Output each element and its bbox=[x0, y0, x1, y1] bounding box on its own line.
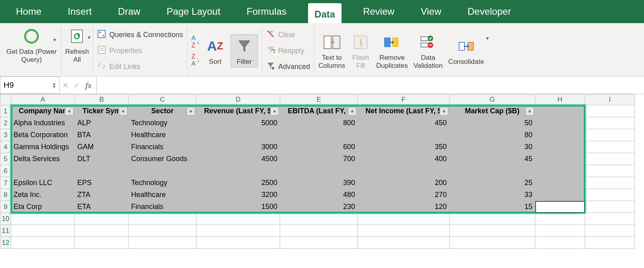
cell[interactable]: EPS bbox=[75, 177, 129, 189]
cell[interactable]: GAM bbox=[75, 141, 129, 153]
cell[interactable] bbox=[585, 153, 635, 165]
chevron-down-icon[interactable]: ▼ bbox=[485, 36, 490, 41]
cell[interactable] bbox=[11, 225, 75, 237]
cell[interactable]: 25 bbox=[450, 177, 535, 189]
cell[interactable] bbox=[585, 129, 635, 141]
cell[interactable]: Consumer Goods bbox=[129, 153, 196, 165]
name-box[interactable]: H9 ▲▼ bbox=[0, 77, 60, 94]
cell[interactable] bbox=[535, 225, 585, 237]
cell[interactable] bbox=[75, 213, 129, 225]
cell[interactable] bbox=[535, 201, 585, 213]
row-header-1[interactable]: 1 bbox=[0, 105, 11, 117]
cell[interactable] bbox=[280, 213, 358, 225]
cell[interactable] bbox=[280, 225, 358, 237]
row-header-8[interactable]: 8 bbox=[0, 189, 11, 201]
cell[interactable] bbox=[450, 213, 535, 225]
tab-review[interactable]: Review bbox=[358, 0, 399, 23]
column-header-G[interactable]: G bbox=[450, 94, 535, 105]
cell[interactable] bbox=[196, 213, 280, 225]
filter-dropdown-button[interactable]: ▼ bbox=[270, 107, 279, 116]
cell[interactable] bbox=[280, 237, 358, 249]
cell[interactable] bbox=[585, 225, 635, 237]
cell[interactable] bbox=[535, 105, 585, 117]
filter-dropdown-button[interactable]: ▼ bbox=[440, 107, 448, 116]
cell[interactable] bbox=[129, 225, 196, 237]
cell[interactable] bbox=[280, 165, 358, 177]
cell[interactable] bbox=[358, 225, 450, 237]
cell[interactable] bbox=[196, 165, 280, 177]
column-header-F[interactable]: F bbox=[358, 94, 450, 105]
cell[interactable]: 50 bbox=[450, 117, 535, 129]
cell[interactable] bbox=[585, 177, 635, 189]
cell[interactable]: Zeta Inc. bbox=[11, 189, 75, 201]
filter-button[interactable]: Filter bbox=[231, 34, 258, 68]
cell[interactable]: Beta Corporation bbox=[11, 129, 75, 141]
enter-formula-button[interactable]: ✓ bbox=[71, 77, 82, 94]
cell[interactable]: 200 bbox=[358, 177, 450, 189]
sort-za-button[interactable]: ZA ↓ bbox=[191, 53, 200, 67]
cell[interactable] bbox=[129, 165, 196, 177]
cell[interactable] bbox=[358, 165, 450, 177]
sort-az-button[interactable]: AZ ↓ bbox=[191, 35, 200, 49]
cell[interactable]: 5000 bbox=[196, 117, 280, 129]
column-header-A[interactable]: A bbox=[11, 94, 75, 105]
row-header-6[interactable]: 6 bbox=[0, 165, 11, 177]
chevron-down-icon[interactable]: ▼ bbox=[53, 37, 57, 42]
flash-fill-button[interactable]: Flash Fill bbox=[351, 32, 371, 69]
cell[interactable] bbox=[585, 117, 635, 129]
tab-draw[interactable]: Draw bbox=[113, 0, 145, 23]
cell[interactable]: Revenue (Last FY, $M)▼ bbox=[196, 105, 280, 117]
tab-home[interactable]: Home bbox=[11, 0, 46, 23]
cell[interactable] bbox=[358, 129, 450, 141]
cell[interactable]: Healthcare bbox=[129, 129, 196, 141]
cell[interactable] bbox=[450, 237, 535, 249]
cell[interactable]: Net Income (Last FY, $M)▼ bbox=[358, 105, 450, 117]
cell[interactable] bbox=[535, 177, 585, 189]
cell[interactable] bbox=[75, 165, 129, 177]
cell[interactable] bbox=[535, 129, 585, 141]
cell[interactable] bbox=[75, 225, 129, 237]
cell[interactable] bbox=[358, 213, 450, 225]
cell[interactable]: 600 bbox=[280, 141, 358, 153]
cell[interactable]: Company Name▼ bbox=[11, 105, 75, 117]
cell[interactable]: 390 bbox=[280, 177, 358, 189]
tab-view[interactable]: View bbox=[416, 0, 446, 23]
row-header-4[interactable]: 4 bbox=[0, 141, 11, 153]
text-to-columns-button[interactable]: Text to Columns bbox=[318, 32, 345, 69]
cell[interactable]: Gamma Holdings bbox=[11, 141, 75, 153]
advanced-filter-button[interactable]: Advanced bbox=[266, 61, 310, 73]
cell[interactable]: Financials bbox=[129, 201, 196, 213]
cell[interactable]: Technology bbox=[129, 117, 196, 129]
cell[interactable] bbox=[535, 141, 585, 153]
column-header-D[interactable]: D bbox=[196, 94, 280, 105]
column-header-C[interactable]: C bbox=[129, 94, 196, 105]
cell[interactable] bbox=[585, 165, 635, 177]
cell[interactable]: Market Cap ($B)▼ bbox=[450, 105, 535, 117]
cell[interactable] bbox=[450, 225, 535, 237]
remove-duplicates-button[interactable]: Remove Duplicates bbox=[376, 32, 408, 69]
cell[interactable] bbox=[585, 189, 635, 201]
consolidate-button[interactable]: Consolidate bbox=[448, 36, 484, 66]
name-box-spinner[interactable]: ▲▼ bbox=[52, 82, 56, 89]
cell[interactable] bbox=[585, 141, 635, 153]
cell[interactable]: BTA bbox=[75, 129, 129, 141]
chevron-down-icon[interactable]: ▼ bbox=[87, 35, 91, 40]
cell[interactable]: Eta Corp bbox=[11, 201, 75, 213]
row-header-11[interactable]: 11 bbox=[0, 225, 11, 237]
cell[interactable]: DLT bbox=[75, 153, 129, 165]
cell[interactable] bbox=[535, 153, 585, 165]
cell[interactable] bbox=[75, 237, 129, 249]
cell[interactable]: 4500 bbox=[196, 153, 280, 165]
tab-data[interactable]: Data bbox=[308, 3, 342, 23]
tab-insert[interactable]: Insert bbox=[63, 0, 96, 23]
cell[interactable]: 700 bbox=[280, 153, 358, 165]
cell[interactable]: 270 bbox=[358, 189, 450, 201]
cell[interactable]: 45 bbox=[450, 153, 535, 165]
tab-formulas[interactable]: Formulas bbox=[242, 0, 291, 23]
cell[interactable]: 2500 bbox=[196, 177, 280, 189]
cell[interactable] bbox=[11, 237, 75, 249]
cell[interactable]: 400 bbox=[358, 153, 450, 165]
cell[interactable]: 800 bbox=[280, 117, 358, 129]
cell[interactable]: Ticker Symbol▼ bbox=[75, 105, 129, 117]
cell[interactable]: 80 bbox=[450, 129, 535, 141]
